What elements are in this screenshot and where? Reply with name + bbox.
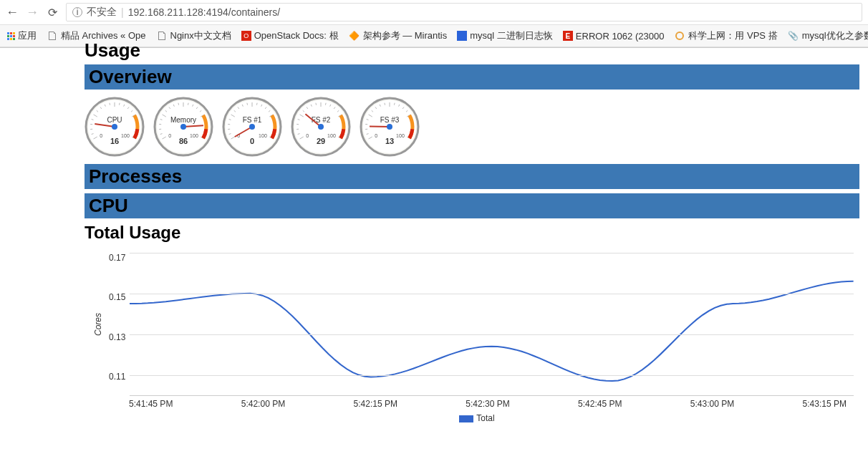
reload-button[interactable]: ⟳: [46, 6, 59, 19]
openstack-icon: O: [241, 31, 251, 41]
gauge-memory: 0 100 Memory 86: [153, 97, 213, 157]
svg-text:13: 13: [385, 137, 394, 145]
gauge-fs-1: 0 100 FS #1 0: [222, 97, 282, 157]
gauge-cpu: 0 100 CPU 16: [85, 97, 145, 157]
svg-text:100: 100: [396, 133, 405, 138]
chart-xaxis: 5:41:45 PM5:42:00 PM5:42:15 PM5:42:30 PM…: [129, 396, 847, 409]
svg-line-142: [370, 126, 390, 127]
svg-text:Memory: Memory: [170, 116, 196, 124]
gauge-fs-3: 0 100 FS #3 13: [360, 97, 420, 157]
cpu-heading[interactable]: CPU: [85, 193, 859, 218]
mirantis-icon: 🔶: [349, 30, 360, 42]
bookmark-item[interactable]: 🔶架构参考 — Mirantis: [349, 29, 448, 42]
svg-text:0: 0: [100, 133, 102, 138]
nav-row: ← → ⟳ i 不安全 | 192.168.211.128:4194/conta…: [0, 0, 868, 25]
svg-text:100: 100: [259, 133, 267, 138]
chart-area: Cores 0.170.150.130.11: [0, 246, 868, 396]
svg-text:0: 0: [168, 133, 171, 138]
svg-point-114: [318, 124, 324, 130]
svg-text:0: 0: [250, 137, 254, 145]
svg-text:100: 100: [327, 133, 336, 138]
bookmark-item[interactable]: EERROR 1062 (23000: [563, 31, 665, 42]
gauge-fs-2: 0 100 FS #2 29: [291, 97, 351, 157]
svg-point-56: [180, 124, 186, 130]
pin-icon: 📎: [788, 30, 799, 42]
bookmark-item[interactable]: Nginx中文文档: [156, 29, 231, 42]
separator: |: [121, 6, 124, 18]
chart-plot: [130, 253, 854, 396]
ring-icon: [674, 30, 685, 42]
mysql-icon: [457, 31, 467, 41]
bookmark-item[interactable]: mysql 二进制日志恢: [457, 29, 553, 42]
security-label: 不安全: [87, 6, 117, 19]
svg-text:FS #3: FS #3: [380, 116, 400, 124]
page-content: Usage Overview 0 100 CPU 16 0 100 Memory…: [0, 39, 868, 427]
bookmark-item[interactable]: 科学上网：用 VPS 搭: [674, 29, 777, 42]
svg-text:100: 100: [121, 133, 130, 138]
bookmark-item[interactable]: 📎mysql优化之参数优: [788, 29, 868, 42]
chart-svg: [130, 253, 854, 395]
forward-button[interactable]: →: [26, 6, 39, 19]
svg-text:0: 0: [306, 133, 309, 138]
gauges-row: 0 100 CPU 16 0 100 Memory 86 0 100 FS #1…: [0, 90, 868, 164]
svg-text:FS #1: FS #1: [243, 116, 262, 124]
apps-icon: [7, 32, 15, 40]
info-icon: i: [72, 7, 82, 17]
svg-text:100: 100: [190, 133, 198, 138]
processes-heading[interactable]: Processes: [85, 164, 859, 189]
apps-button[interactable]: 应用: [7, 29, 37, 42]
address-bar[interactable]: i 不安全 | 192.168.211.128:4194/containers/: [66, 3, 862, 21]
chart-ylabel: Cores: [93, 313, 103, 336]
chart-yaxis: 0.170.150.130.11: [109, 253, 130, 396]
usage-heading-cut: Usage: [0, 39, 868, 64]
svg-text:86: 86: [179, 137, 188, 145]
svg-text:29: 29: [317, 137, 325, 145]
chart-legend: Total: [86, 409, 868, 427]
url-text: 192.168.211.128:4194/containers/: [128, 6, 281, 18]
svg-text:CPU: CPU: [107, 116, 122, 124]
svg-text:FS #2: FS #2: [312, 116, 331, 124]
back-button[interactable]: ←: [6, 6, 19, 19]
svg-point-143: [387, 124, 392, 130]
file-icon: [156, 30, 168, 42]
svg-text:16: 16: [110, 137, 119, 145]
total-usage-heading: Total Usage: [0, 218, 868, 246]
svg-point-27: [112, 124, 117, 130]
overview-heading[interactable]: Overview: [85, 64, 859, 90]
file-icon: [47, 30, 58, 42]
legend-swatch: [459, 415, 473, 422]
bookmark-item[interactable]: OOpenStack Docs: 根: [241, 29, 339, 42]
error-icon: E: [563, 31, 573, 41]
svg-text:0: 0: [375, 133, 377, 138]
svg-point-85: [249, 124, 255, 130]
